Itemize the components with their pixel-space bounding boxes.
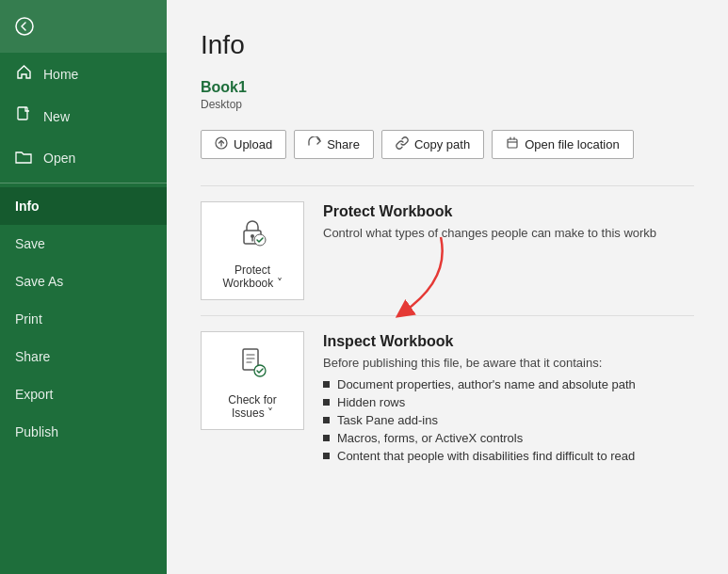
sidebar-item-publish[interactable]: Publish [0,413,167,451]
inspect-workbook-info: Inspect Workbook Before publishing this … [323,331,694,467]
svg-rect-3 [508,139,517,148]
sidebar-item-label: Save As [15,274,63,289]
inspect-workbook-section: Check forIssues ˅ Inspect Workbook Befor… [201,315,694,482]
info-sections: ProtectWorkbook ˅ Protect Workbook Contr… [201,185,694,482]
bullet-square [323,399,330,406]
file-location: Desktop [201,98,694,111]
bullet-item: Hidden rows [323,395,694,409]
share-icon [308,136,321,152]
file-name: Book1 [201,79,694,96]
sidebar-item-label: Share [15,349,50,364]
home-icon [15,64,32,84]
open-location-icon [506,136,519,152]
upload-icon [215,136,228,152]
upload-button[interactable]: Upload [201,130,286,159]
sidebar-item-save-as[interactable]: Save As [0,263,167,300]
sidebar: Home New Open Info [0,0,167,574]
sidebar-divider [0,183,167,183]
sidebar-item-label: Open [43,151,75,166]
inspect-workbook-bullets: Document properties, author's name and a… [323,377,694,463]
info-sections-container: ProtectWorkbook ˅ Protect Workbook Contr… [201,185,694,482]
bullet-item: Macros, forms, or ActiveX controls [323,431,694,445]
inspect-workbook-desc: Before publishing this file, be aware th… [323,356,694,370]
svg-point-0 [16,18,33,35]
copy-path-label: Copy path [414,137,470,151]
page-title: Info [201,30,694,60]
sidebar-item-new[interactable]: New [0,95,167,137]
copy-path-icon [396,136,409,152]
protect-workbook-card[interactable]: ProtectWorkbook ˅ [201,201,304,300]
bullet-square [323,381,330,388]
protect-workbook-desc: Control what types of changes people can… [323,226,694,240]
bullet-square [323,453,330,459]
back-button[interactable] [0,0,167,53]
bullet-item: Document properties, author's name and a… [323,377,694,391]
main-content: Info Book1 Desktop Upload Share [167,0,728,574]
sidebar-item-label: Print [15,311,42,327]
sidebar-item-info[interactable]: Info [0,187,167,225]
sidebar-item-label: Info [15,199,40,214]
sidebar-item-label: Save [15,236,45,251]
sidebar-item-label: New [43,109,70,124]
copy-path-button[interactable]: Copy path [381,130,484,159]
protect-workbook-title: Protect Workbook [323,203,694,220]
sidebar-item-save[interactable]: Save [0,225,167,263]
bullet-square [323,435,330,441]
bullet-item: Content that people with disabilities fi… [323,449,694,463]
sidebar-nav: Home New Open Info [0,53,167,574]
sidebar-item-open[interactable]: Open [0,137,167,179]
sidebar-item-label: Home [43,67,78,82]
action-buttons: Upload Share Copy path [201,130,694,159]
check-issues-icon [235,345,269,386]
protect-workbook-section: ProtectWorkbook ˅ Protect Workbook Contr… [201,185,694,315]
new-icon [15,106,32,126]
share-button[interactable]: Share [294,130,374,159]
sidebar-item-export[interactable]: Export [0,375,167,413]
open-icon [15,149,32,167]
sidebar-item-share[interactable]: Share [0,338,167,375]
protect-workbook-info: Protect Workbook Control what types of c… [323,201,694,247]
check-issues-label: Check forIssues ˅ [228,393,276,420]
open-location-label: Open file location [525,137,619,151]
protect-workbook-label: ProtectWorkbook ˅ [222,263,282,290]
share-label: Share [327,137,360,151]
upload-label: Upload [234,137,272,151]
bullet-item: Task Pane add-ins [323,413,694,427]
sidebar-item-home[interactable]: Home [0,53,167,95]
bullet-square [323,417,330,423]
check-issues-card[interactable]: Check forIssues ˅ [201,331,304,430]
sidebar-item-label: Export [15,387,53,402]
sidebar-item-print[interactable]: Print [0,300,167,338]
protect-workbook-icon [235,215,269,256]
inspect-workbook-title: Inspect Workbook [323,333,694,350]
open-location-button[interactable]: Open file location [492,130,633,159]
sidebar-item-label: Publish [15,424,58,439]
